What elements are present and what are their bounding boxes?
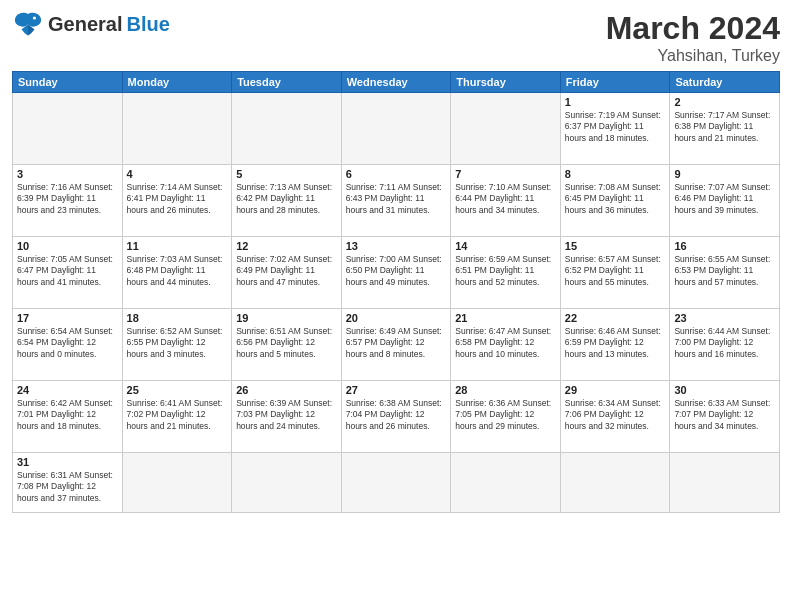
day-number: 14 xyxy=(455,240,556,252)
calendar-cell: 9Sunrise: 7:07 AM Sunset: 6:46 PM Daylig… xyxy=(670,165,780,237)
calendar-cell: 14Sunrise: 6:59 AM Sunset: 6:51 PM Dayli… xyxy=(451,237,561,309)
day-info: Sunrise: 6:55 AM Sunset: 6:53 PM Dayligh… xyxy=(674,254,775,288)
day-info: Sunrise: 6:52 AM Sunset: 6:55 PM Dayligh… xyxy=(127,326,228,360)
calendar-cell: 24Sunrise: 6:42 AM Sunset: 7:01 PM Dayli… xyxy=(13,381,123,453)
logo-blue-text: Blue xyxy=(126,13,169,36)
day-number: 26 xyxy=(236,384,337,396)
day-number: 24 xyxy=(17,384,118,396)
calendar-cell: 11Sunrise: 7:03 AM Sunset: 6:48 PM Dayli… xyxy=(122,237,232,309)
calendar-cell: 10Sunrise: 7:05 AM Sunset: 6:47 PM Dayli… xyxy=(13,237,123,309)
day-number: 17 xyxy=(17,312,118,324)
day-info: Sunrise: 7:02 AM Sunset: 6:49 PM Dayligh… xyxy=(236,254,337,288)
day-number: 10 xyxy=(17,240,118,252)
day-number: 1 xyxy=(565,96,666,108)
day-number: 8 xyxy=(565,168,666,180)
calendar-cell: 13Sunrise: 7:00 AM Sunset: 6:50 PM Dayli… xyxy=(341,237,451,309)
day-info: Sunrise: 6:51 AM Sunset: 6:56 PM Dayligh… xyxy=(236,326,337,360)
header: GeneralBlue March 2024 Yahsihan, Turkey xyxy=(12,10,780,65)
day-number: 9 xyxy=(674,168,775,180)
day-number: 18 xyxy=(127,312,228,324)
weekday-header-thursday: Thursday xyxy=(451,72,561,93)
calendar-cell xyxy=(122,93,232,165)
weekday-header-tuesday: Tuesday xyxy=(232,72,342,93)
day-info: Sunrise: 6:36 AM Sunset: 7:05 PM Dayligh… xyxy=(455,398,556,432)
calendar-cell xyxy=(232,453,342,513)
day-number: 2 xyxy=(674,96,775,108)
day-number: 12 xyxy=(236,240,337,252)
calendar-cell: 27Sunrise: 6:38 AM Sunset: 7:04 PM Dayli… xyxy=(341,381,451,453)
day-number: 20 xyxy=(346,312,447,324)
day-info: Sunrise: 6:41 AM Sunset: 7:02 PM Dayligh… xyxy=(127,398,228,432)
day-info: Sunrise: 6:47 AM Sunset: 6:58 PM Dayligh… xyxy=(455,326,556,360)
calendar-cell xyxy=(232,93,342,165)
day-info: Sunrise: 7:05 AM Sunset: 6:47 PM Dayligh… xyxy=(17,254,118,288)
calendar-cell: 17Sunrise: 6:54 AM Sunset: 6:54 PM Dayli… xyxy=(13,309,123,381)
day-info: Sunrise: 6:44 AM Sunset: 7:00 PM Dayligh… xyxy=(674,326,775,360)
calendar-cell: 4Sunrise: 7:14 AM Sunset: 6:41 PM Daylig… xyxy=(122,165,232,237)
calendar-cell: 29Sunrise: 6:34 AM Sunset: 7:06 PM Dayli… xyxy=(560,381,670,453)
day-number: 11 xyxy=(127,240,228,252)
calendar-cell: 28Sunrise: 6:36 AM Sunset: 7:05 PM Dayli… xyxy=(451,381,561,453)
day-number: 28 xyxy=(455,384,556,396)
calendar-cell: 8Sunrise: 7:08 AM Sunset: 6:45 PM Daylig… xyxy=(560,165,670,237)
day-info: Sunrise: 7:00 AM Sunset: 6:50 PM Dayligh… xyxy=(346,254,447,288)
day-info: Sunrise: 6:57 AM Sunset: 6:52 PM Dayligh… xyxy=(565,254,666,288)
calendar-week-6: 31Sunrise: 6:31 AM Sunset: 7:08 PM Dayli… xyxy=(13,453,780,513)
day-info: Sunrise: 6:39 AM Sunset: 7:03 PM Dayligh… xyxy=(236,398,337,432)
day-info: Sunrise: 7:16 AM Sunset: 6:39 PM Dayligh… xyxy=(17,182,118,216)
calendar-cell: 3Sunrise: 7:16 AM Sunset: 6:39 PM Daylig… xyxy=(13,165,123,237)
calendar-week-2: 3Sunrise: 7:16 AM Sunset: 6:39 PM Daylig… xyxy=(13,165,780,237)
calendar-cell: 30Sunrise: 6:33 AM Sunset: 7:07 PM Dayli… xyxy=(670,381,780,453)
day-number: 7 xyxy=(455,168,556,180)
calendar-cell: 16Sunrise: 6:55 AM Sunset: 6:53 PM Dayli… xyxy=(670,237,780,309)
calendar-cell xyxy=(560,453,670,513)
day-number: 6 xyxy=(346,168,447,180)
calendar-cell: 12Sunrise: 7:02 AM Sunset: 6:49 PM Dayli… xyxy=(232,237,342,309)
day-number: 29 xyxy=(565,384,666,396)
calendar-cell xyxy=(341,453,451,513)
logo: GeneralBlue xyxy=(12,10,170,38)
day-info: Sunrise: 7:19 AM Sunset: 6:37 PM Dayligh… xyxy=(565,110,666,144)
day-number: 4 xyxy=(127,168,228,180)
calendar-cell xyxy=(13,93,123,165)
month-title: March 2024 xyxy=(606,10,780,47)
day-number: 13 xyxy=(346,240,447,252)
day-number: 27 xyxy=(346,384,447,396)
location-subtitle: Yahsihan, Turkey xyxy=(606,47,780,65)
weekday-header-sunday: Sunday xyxy=(13,72,123,93)
calendar-cell: 23Sunrise: 6:44 AM Sunset: 7:00 PM Dayli… xyxy=(670,309,780,381)
calendar-cell: 6Sunrise: 7:11 AM Sunset: 6:43 PM Daylig… xyxy=(341,165,451,237)
calendar-cell: 19Sunrise: 6:51 AM Sunset: 6:56 PM Dayli… xyxy=(232,309,342,381)
logo-bird-icon xyxy=(12,10,44,38)
calendar-cell: 18Sunrise: 6:52 AM Sunset: 6:55 PM Dayli… xyxy=(122,309,232,381)
day-info: Sunrise: 7:07 AM Sunset: 6:46 PM Dayligh… xyxy=(674,182,775,216)
day-info: Sunrise: 6:38 AM Sunset: 7:04 PM Dayligh… xyxy=(346,398,447,432)
weekday-header-friday: Friday xyxy=(560,72,670,93)
day-info: Sunrise: 7:03 AM Sunset: 6:48 PM Dayligh… xyxy=(127,254,228,288)
logo-area: GeneralBlue xyxy=(12,10,170,38)
calendar-week-1: 1Sunrise: 7:19 AM Sunset: 6:37 PM Daylig… xyxy=(13,93,780,165)
day-number: 16 xyxy=(674,240,775,252)
calendar-cell xyxy=(122,453,232,513)
weekday-header-wednesday: Wednesday xyxy=(341,72,451,93)
day-info: Sunrise: 6:46 AM Sunset: 6:59 PM Dayligh… xyxy=(565,326,666,360)
title-area: March 2024 Yahsihan, Turkey xyxy=(606,10,780,65)
day-number: 22 xyxy=(565,312,666,324)
weekday-header-row: SundayMondayTuesdayWednesdayThursdayFrid… xyxy=(13,72,780,93)
day-info: Sunrise: 6:34 AM Sunset: 7:06 PM Dayligh… xyxy=(565,398,666,432)
day-info: Sunrise: 7:13 AM Sunset: 6:42 PM Dayligh… xyxy=(236,182,337,216)
calendar-cell: 22Sunrise: 6:46 AM Sunset: 6:59 PM Dayli… xyxy=(560,309,670,381)
calendar-cell: 5Sunrise: 7:13 AM Sunset: 6:42 PM Daylig… xyxy=(232,165,342,237)
day-number: 5 xyxy=(236,168,337,180)
calendar-cell xyxy=(341,93,451,165)
day-number: 23 xyxy=(674,312,775,324)
day-info: Sunrise: 7:14 AM Sunset: 6:41 PM Dayligh… xyxy=(127,182,228,216)
calendar-cell: 26Sunrise: 6:39 AM Sunset: 7:03 PM Dayli… xyxy=(232,381,342,453)
calendar-cell: 21Sunrise: 6:47 AM Sunset: 6:58 PM Dayli… xyxy=(451,309,561,381)
day-number: 3 xyxy=(17,168,118,180)
logo-general-text: General xyxy=(48,13,122,36)
calendar-cell: 31Sunrise: 6:31 AM Sunset: 7:08 PM Dayli… xyxy=(13,453,123,513)
calendar-cell: 7Sunrise: 7:10 AM Sunset: 6:44 PM Daylig… xyxy=(451,165,561,237)
weekday-header-monday: Monday xyxy=(122,72,232,93)
svg-point-0 xyxy=(33,16,36,19)
